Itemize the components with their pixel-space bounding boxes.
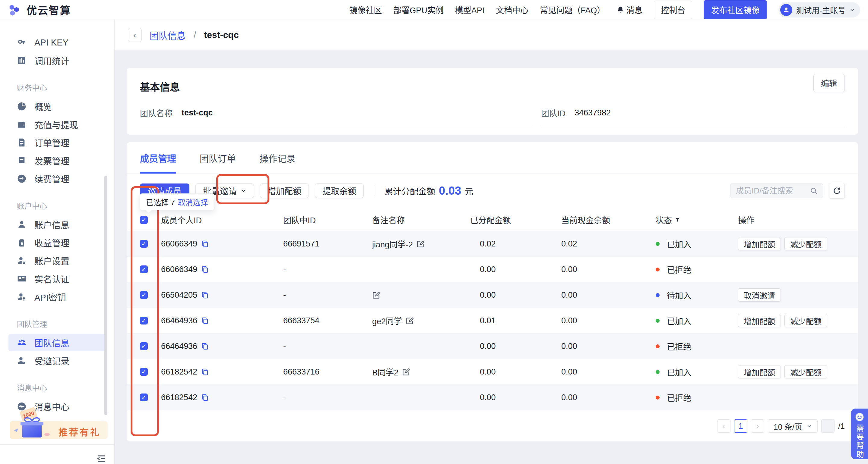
breadcrumb-parent-link[interactable]: 团队信息: [150, 28, 186, 41]
cell-remark: ge2同学: [372, 315, 470, 327]
status-label: 已拒绝: [667, 340, 691, 352]
need-help-widget[interactable]: 需要帮助: [851, 408, 868, 459]
search-icon[interactable]: [810, 187, 818, 195]
refresh-icon: [833, 187, 841, 195]
current-page-button[interactable]: 1: [734, 420, 747, 433]
row-action-button[interactable]: 取消邀请: [738, 288, 781, 302]
row-action-button[interactable]: 减少配额: [784, 237, 827, 251]
row-checkbox[interactable]: ✓: [140, 291, 148, 299]
withdraw-balance-button[interactable]: 提取余额: [315, 184, 364, 198]
nav-item-3[interactable]: 文档中心: [496, 4, 528, 16]
sidebar-item-id-card[interactable]: 实名认证: [8, 270, 106, 288]
tab-2[interactable]: 操作记录: [259, 151, 296, 173]
sidebar-item-user-key[interactable]: API密钥: [8, 288, 106, 305]
sidebar-item-label: 充值与提现: [34, 118, 78, 131]
sidebar-item-order-doc[interactable]: 订单管理: [8, 134, 106, 151]
add-quota-button[interactable]: 增加配额: [260, 184, 309, 198]
sidebar-item-label: API密钥: [34, 291, 66, 303]
sidebar-item-user[interactable]: 账户信息: [8, 216, 106, 233]
edit-remark-icon[interactable]: [372, 291, 380, 299]
tab-0[interactable]: 成员管理: [140, 151, 176, 173]
account-menu[interactable]: 测试用-主账号: [778, 2, 860, 18]
cell-remark: [372, 291, 470, 299]
edit-remark-icon[interactable]: [406, 317, 414, 325]
copy-icon[interactable]: [201, 265, 209, 273]
copy-icon[interactable]: [201, 368, 209, 376]
copy-icon[interactable]: [201, 291, 209, 299]
tab-1[interactable]: 团队订单: [200, 151, 236, 173]
nav-item-1[interactable]: 部署GPU实例: [393, 4, 444, 16]
row-checkbox[interactable]: ✓: [140, 265, 148, 273]
page-size-select[interactable]: 10 条/页: [768, 420, 818, 433]
sidebar-item-income[interactable]: 收益管理: [8, 234, 106, 251]
copy-icon[interactable]: [201, 317, 209, 325]
sidebar-item-renew[interactable]: 续费管理: [8, 170, 106, 188]
table-row: ✓ 66182542 - 0.00 0.00 已拒绝: [127, 385, 858, 410]
sidebar-scrollbar[interactable]: [104, 176, 107, 415]
cell-actions: 增加配额减少配额: [738, 365, 845, 378]
cell-team-id: 66633754: [283, 316, 372, 325]
row-action-button[interactable]: 增加配额: [738, 365, 781, 378]
search-input[interactable]: [735, 186, 807, 196]
bar-chart-icon: [17, 56, 27, 65]
publish-image-button[interactable]: 发布社区镜像: [704, 0, 767, 19]
refresh-button[interactable]: [829, 183, 845, 199]
copy-icon[interactable]: [201, 342, 209, 351]
top-navbar: 优云智算 镜像社区部署GPU实例模型API文档中心常见问题（FAQ） 消息 控制…: [0, 0, 868, 20]
sidebar-item-invite-record[interactable]: 受邀记录: [8, 352, 106, 369]
wallet-icon: [17, 120, 27, 129]
selection-count: 已选择 7: [146, 196, 175, 207]
referral-promo-banner[interactable]: 1000 推荐有礼: [10, 421, 108, 439]
sidebar-item-bar-chart[interactable]: 调用统计: [8, 52, 106, 69]
total-allocated-value: 0.03: [439, 185, 461, 197]
copy-icon[interactable]: [201, 394, 209, 402]
select-all-checkbox[interactable]: ✓: [140, 216, 148, 224]
sidebar-item-user-gear[interactable]: 账户设置: [8, 252, 106, 269]
sidebar-item-label: 订单管理: [34, 136, 69, 149]
sidebar-divider: [0, 444, 114, 445]
row-action-button[interactable]: 减少配额: [784, 365, 827, 378]
member-search: [730, 184, 823, 198]
cell-allocated: 0.00: [470, 265, 561, 274]
cell-team-id: 66633716: [283, 367, 372, 377]
edit-button[interactable]: 编辑: [813, 74, 845, 92]
cancel-selection-link[interactable]: 取消选择: [178, 196, 208, 207]
console-button[interactable]: 控制台: [654, 1, 692, 19]
status-dot: [656, 344, 660, 348]
next-page-button[interactable]: ›: [751, 420, 764, 433]
table-row: ✓ 66504205 - 0.00 0.00 待加入 取消邀请: [127, 282, 858, 308]
nav-item-0[interactable]: 镜像社区: [349, 4, 382, 16]
collapse-sidebar-icon[interactable]: [96, 453, 107, 464]
filter-funnel-icon[interactable]: [674, 217, 680, 223]
page-jump-input[interactable]: [821, 420, 835, 433]
edit-remark-icon[interactable]: [402, 368, 410, 376]
cell-team-id: -: [283, 393, 372, 402]
nav-item-4[interactable]: 常见问题（FAQ）: [540, 4, 605, 16]
table-header-row: ✓成员个人ID团队中ID备注名称已分配金额当前现金余额状态 操作: [127, 209, 858, 231]
row-checkbox[interactable]: ✓: [140, 240, 148, 248]
row-action-button[interactable]: 增加配额: [738, 314, 781, 327]
sidebar-item-invoice[interactable]: 发票管理: [8, 152, 106, 169]
order-doc-icon: [17, 138, 27, 147]
back-button[interactable]: ‹: [128, 28, 142, 42]
team-id-value: 34637982: [575, 108, 611, 118]
breadcrumb-separator: /: [194, 30, 196, 40]
edit-remark-icon[interactable]: [416, 240, 425, 248]
row-checkbox[interactable]: ✓: [140, 368, 148, 376]
breadcrumb-current: test-cqc: [204, 30, 239, 40]
sidebar: API KEY 调用统计 财务中心 概览 充值与提现 订单管理 发票管理 续费管…: [0, 20, 115, 464]
nav-item-2[interactable]: 模型API: [455, 4, 485, 16]
sidebar-item-pie-chart[interactable]: 概览: [8, 98, 106, 115]
sidebar-item-key[interactable]: API KEY: [8, 34, 106, 51]
messages-menu-item[interactable]: 消息: [617, 4, 642, 16]
copy-icon[interactable]: [201, 240, 209, 248]
row-checkbox[interactable]: ✓: [140, 317, 148, 325]
cell-team-id: -: [283, 342, 372, 351]
row-action-button[interactable]: 增加配额: [738, 237, 781, 251]
row-checkbox[interactable]: ✓: [140, 394, 148, 401]
row-action-button[interactable]: 减少配额: [784, 314, 827, 327]
prev-page-button[interactable]: ‹: [717, 420, 731, 433]
row-checkbox[interactable]: ✓: [140, 342, 148, 350]
sidebar-item-wallet[interactable]: 充值与提现: [8, 116, 106, 133]
sidebar-item-team[interactable]: 团队信息: [8, 334, 106, 351]
